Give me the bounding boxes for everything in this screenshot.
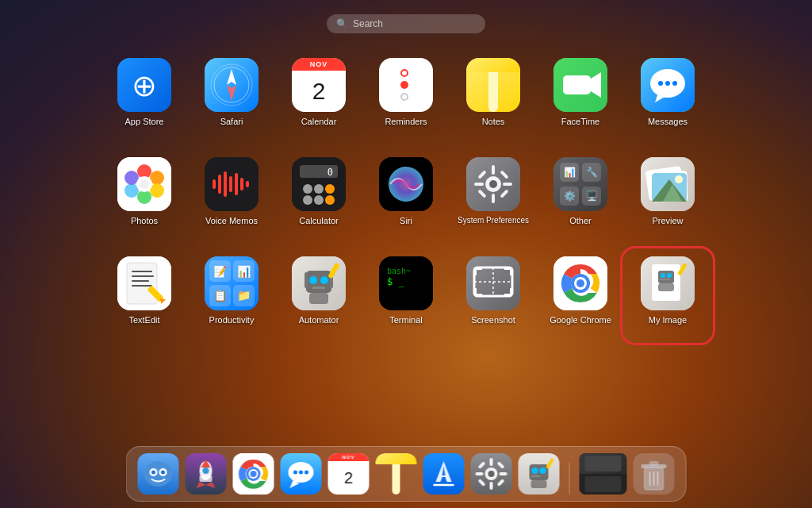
svg-point-24 xyxy=(140,179,149,189)
dock-calendar-day: 2 xyxy=(344,461,353,495)
app-icon-automator xyxy=(292,256,346,310)
svg-rect-47 xyxy=(492,165,495,175)
app-label-automator: Automator xyxy=(299,315,339,325)
app-item-calendar[interactable]: NOV 2 Calendar xyxy=(275,52,362,143)
svg-rect-67 xyxy=(132,280,149,282)
app-label-photos: Photos xyxy=(131,216,158,226)
app-item-calculator[interactable]: 0 Calculator xyxy=(275,151,362,242)
svg-rect-31 xyxy=(240,178,243,190)
app-item-productivity[interactable]: 📝 📊 📋 📁 Productivity xyxy=(188,250,275,341)
dock-item-notes[interactable] xyxy=(376,453,417,495)
app-label-chrome: Google Chrome xyxy=(550,315,611,325)
app-icon-reminders xyxy=(379,58,433,112)
dock-item-chrome[interactable] xyxy=(233,453,274,495)
app-label-calculator: Calculator xyxy=(299,216,339,226)
svg-point-36 xyxy=(303,184,312,194)
dock-item-calendar[interactable]: NOV 2 xyxy=(328,453,370,495)
svg-rect-139 xyxy=(500,472,508,475)
dock-item-launchpad[interactable] xyxy=(186,453,227,495)
app-item-notes[interactable]: Notes xyxy=(450,52,537,143)
app-item-textedit[interactable]: TextEdit xyxy=(101,250,188,341)
app-item-other[interactable]: 📊 🔧 ⚙️ 🖥️ Other xyxy=(537,151,624,242)
app-item-facetime[interactable]: FaceTime xyxy=(537,52,624,143)
svg-rect-32 xyxy=(246,181,249,187)
app-label-facetime: FaceTime xyxy=(561,117,600,127)
svg-point-102 xyxy=(661,273,665,278)
app-icon-facetime xyxy=(553,58,607,112)
svg-rect-92 xyxy=(474,288,477,296)
svg-point-40 xyxy=(314,195,324,205)
app-icon-photos xyxy=(117,157,171,211)
svg-rect-154 xyxy=(649,461,659,466)
dock-item-appstore[interactable] xyxy=(423,453,465,495)
app-item-terminal[interactable]: $ _ bash~ Terminal xyxy=(362,250,450,341)
svg-rect-26 xyxy=(213,179,216,189)
calendar-month: NOV xyxy=(292,58,346,71)
dock-item-sysprefs[interactable] xyxy=(471,453,512,495)
app-icon-other: 📊 🔧 ⚙️ 🖥️ xyxy=(553,157,607,211)
svg-rect-148 xyxy=(531,475,541,477)
svg-point-135 xyxy=(488,471,495,477)
svg-rect-137 xyxy=(490,482,493,490)
app-icon-myimage xyxy=(641,256,695,310)
svg-rect-30 xyxy=(235,173,238,195)
app-label-myimage: My Image xyxy=(649,315,687,325)
app-icon-voicememos xyxy=(205,157,259,211)
app-icon-sysprefs xyxy=(466,157,520,211)
svg-rect-101 xyxy=(658,271,674,283)
svg-rect-77 xyxy=(304,272,308,288)
app-label-terminal: Terminal xyxy=(389,315,423,325)
app-item-voicememos[interactable]: Voice Memos xyxy=(188,151,275,242)
svg-rect-65 xyxy=(132,271,152,272)
svg-rect-8 xyxy=(563,75,591,94)
app-item-photos[interactable]: Photos xyxy=(101,151,188,242)
app-item-appstore[interactable]: ⊕ App Store xyxy=(101,52,188,143)
dock-item-messages[interactable] xyxy=(281,453,322,495)
svg-point-130 xyxy=(304,471,308,475)
svg-point-129 xyxy=(299,471,303,475)
search-placeholder: Search xyxy=(353,18,383,29)
app-item-myimage[interactable]: My Image xyxy=(624,250,711,341)
app-item-sysprefs[interactable]: System Preferences xyxy=(450,151,537,242)
app-item-chrome[interactable]: Google Chrome xyxy=(537,250,624,341)
app-item-messages[interactable]: Messages xyxy=(624,52,711,143)
svg-point-38 xyxy=(325,184,335,194)
app-item-preview[interactable]: Preview xyxy=(624,151,711,242)
svg-rect-76 xyxy=(309,293,328,304)
svg-point-113 xyxy=(161,471,165,475)
dock-calendar-month: NOV xyxy=(328,453,370,461)
svg-point-120 xyxy=(203,468,209,474)
app-label-notes: Notes xyxy=(482,117,505,127)
app-label-safari: Safari xyxy=(220,117,243,127)
svg-point-74 xyxy=(320,276,328,284)
svg-rect-94 xyxy=(510,288,512,296)
search-bar[interactable]: 🔍 Search xyxy=(327,14,485,33)
app-item-automator[interactable]: Automator xyxy=(275,250,362,341)
svg-text:0: 0 xyxy=(327,167,333,178)
app-label-messages: Messages xyxy=(648,117,688,127)
svg-rect-75 xyxy=(312,287,325,289)
svg-rect-117 xyxy=(200,475,213,482)
svg-point-112 xyxy=(151,471,155,475)
svg-rect-27 xyxy=(218,175,221,194)
svg-rect-68 xyxy=(132,285,152,287)
dock-item-finder[interactable] xyxy=(138,453,179,495)
app-item-siri[interactable]: Siri xyxy=(362,151,450,242)
dock-item-trash[interactable] xyxy=(634,453,675,495)
svg-point-98 xyxy=(576,279,584,287)
dock-item-thumbnails[interactable] xyxy=(580,453,627,495)
app-icon-textedit xyxy=(117,256,171,310)
calendar-day: 2 xyxy=(312,71,326,112)
app-label-calendar: Calendar xyxy=(301,117,337,127)
app-label-textedit: TextEdit xyxy=(128,315,159,325)
app-label-other: Other xyxy=(569,216,592,226)
dock-separator xyxy=(569,463,570,495)
svg-point-37 xyxy=(314,184,324,194)
svg-point-124 xyxy=(251,471,257,477)
app-item-reminders[interactable]: Reminders xyxy=(362,52,450,143)
app-item-safari[interactable]: Safari xyxy=(188,52,275,143)
app-item-screenshot[interactable]: Screenshot xyxy=(450,250,537,341)
app-label-siri: Siri xyxy=(400,216,412,226)
dock-item-automator[interactable] xyxy=(519,453,560,495)
svg-rect-131 xyxy=(423,453,465,495)
